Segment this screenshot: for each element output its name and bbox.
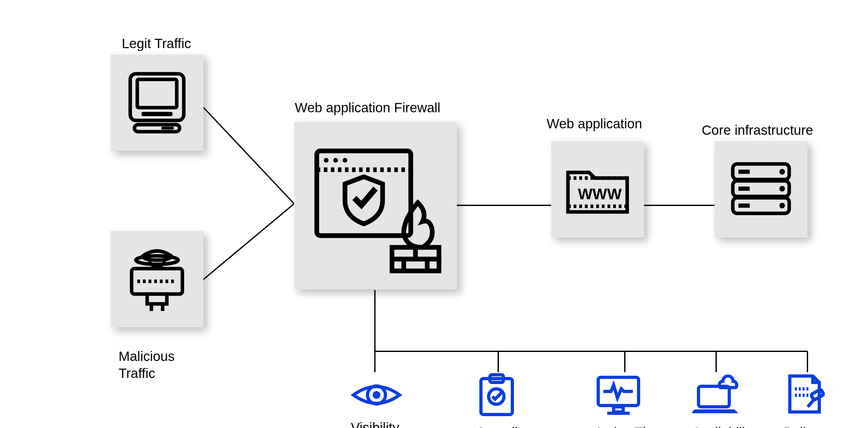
svg-point-39 [779,186,785,192]
svg-point-41 [779,203,785,208]
svg-rect-12 [137,80,177,108]
webapp-label: Web application [547,115,642,133]
svg-rect-19 [147,294,167,304]
server-stack-icon [726,156,796,221]
hacker-icon [122,243,192,314]
feature-availability-label: Availability & Support [692,424,755,428]
monitor-pulse-icon [594,372,643,417]
waf-icon [305,135,446,276]
feature-visibility-label: Visibility [351,419,399,428]
laptop-cloud-icon [692,372,743,417]
svg-point-24 [324,158,329,163]
svg-line-0 [204,108,294,204]
svg-point-26 [343,158,347,163]
feature-visibility: Visibility [351,377,428,428]
feature-policy-label: Policy Management [783,424,862,428]
svg-rect-15 [161,127,174,130]
svg-point-43 [373,391,380,399]
svg-rect-36 [739,170,750,174]
feature-availability: Availability & Support [692,372,782,428]
folder-www-icon: WWW [562,156,633,221]
core-label: Core infrastructure [702,122,813,139]
waf-node [294,122,457,289]
legit-traffic-node [111,55,204,151]
svg-rect-38 [739,187,750,191]
core-node [715,141,807,237]
svg-text:WWW: WWW [578,185,622,202]
svg-rect-40 [739,203,750,207]
svg-rect-48 [614,407,623,412]
feature-threat: Active Threat Monitoring [594,372,690,428]
clipboard-check-icon [476,372,518,417]
doc-gavel-icon [783,372,832,417]
svg-line-1 [202,204,294,281]
malicious-traffic-node [111,231,204,327]
webapp-node: WWW [551,141,644,237]
svg-rect-13 [142,112,173,116]
computer-icon [122,67,192,137]
malicious-traffic-label: Malicious Traffic [119,348,175,382]
eye-icon [351,377,402,412]
legit-traffic-label: Legit Traffic [122,35,191,52]
svg-point-25 [333,158,338,163]
svg-rect-50 [699,386,729,407]
feature-policy: Policy Management [783,372,868,428]
waf-label: Web application Firewall [295,99,440,116]
feature-compliance: Compliance [476,372,559,428]
svg-rect-28 [392,259,439,271]
svg-point-37 [779,169,785,174]
feature-compliance-label: Compliance [476,424,547,428]
feature-threat-label: Active Threat Monitoring [594,424,674,428]
